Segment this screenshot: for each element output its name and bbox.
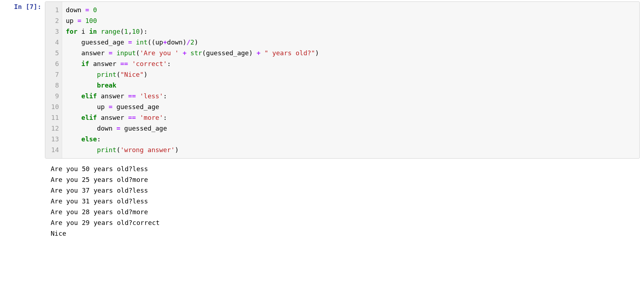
line-number: 10 <box>48 102 59 112</box>
line-number: 7 <box>48 69 59 80</box>
input-prompt: In [7]: <box>14 3 41 10</box>
line-number: 13 <box>48 134 59 145</box>
code-line[interactable]: up = guessed_age <box>66 102 636 112</box>
code-line[interactable]: guessed_age = int((up+down)/2) <box>66 37 636 48</box>
output-prompt-spacer <box>0 159 45 243</box>
code-line[interactable]: print('wrong answer') <box>66 145 636 155</box>
prompt-number: 7 <box>29 3 33 10</box>
code-line[interactable]: if answer == 'correct': <box>66 58 636 69</box>
line-number: 1 <box>48 5 59 15</box>
code-line[interactable]: else: <box>66 134 636 145</box>
prompt-area: In [7]: <box>0 0 45 159</box>
line-number: 2 <box>48 15 59 26</box>
code-line[interactable]: elif answer == 'more': <box>66 112 636 123</box>
code-line[interactable]: print("Nice") <box>66 69 636 80</box>
line-number: 14 <box>48 145 59 155</box>
code-cell: In [7]: 1234567891011121314 down = 0up =… <box>0 0 644 159</box>
output-row: Are you 50 years old?less Are you 25 yea… <box>0 159 644 243</box>
code-line[interactable]: down = 0 <box>66 5 636 15</box>
line-number: 5 <box>48 48 59 58</box>
code-line[interactable]: up = 100 <box>66 15 636 26</box>
code-editor[interactable]: 1234567891011121314 down = 0up = 100for … <box>45 1 640 159</box>
line-number: 12 <box>48 123 59 134</box>
code-line[interactable]: elif answer == 'less': <box>66 91 636 102</box>
code-content[interactable]: down = 0up = 100for i in range(1,10): gu… <box>62 2 639 158</box>
code-line[interactable]: for i in range(1,10): <box>66 26 636 37</box>
line-number: 9 <box>48 91 59 102</box>
line-number: 11 <box>48 112 59 123</box>
code-line[interactable]: answer = input('Are you ' + str(guessed_… <box>66 48 636 58</box>
code-line[interactable]: break <box>66 80 636 91</box>
line-number-gutter: 1234567891011121314 <box>45 2 62 158</box>
line-number: 4 <box>48 37 59 48</box>
line-number: 8 <box>48 80 59 91</box>
line-number: 6 <box>48 58 59 69</box>
prompt-label: In <box>14 3 22 10</box>
line-number: 3 <box>48 26 59 37</box>
cell-output: Are you 50 years old?less Are you 25 yea… <box>45 159 640 243</box>
code-line[interactable]: down = guessed_age <box>66 123 636 134</box>
